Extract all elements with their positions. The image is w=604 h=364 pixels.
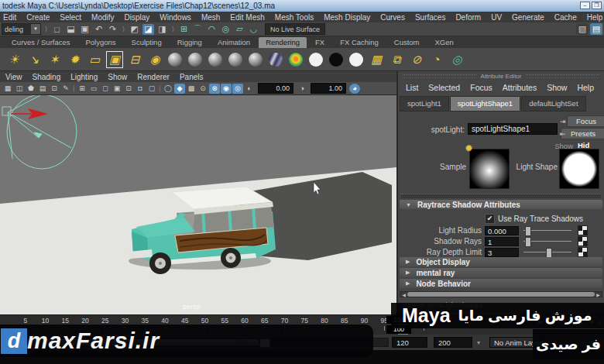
- menu-uv[interactable]: UV: [491, 13, 502, 22]
- select-by-hierarchy-icon[interactable]: ◩: [129, 24, 140, 35]
- menu-modify[interactable]: Modify: [91, 13, 114, 22]
- light-radius-slider[interactable]: [523, 226, 571, 235]
- use-raytrace-shadows-checkbox[interactable]: ✔: [485, 214, 495, 224]
- shelf-tab-rigging[interactable]: Rigging: [170, 37, 209, 48]
- color-management-icon[interactable]: ◕: [349, 84, 360, 94]
- ray-depth-limit-slider[interactable]: [523, 248, 571, 257]
- shelf-tab-curves-surfaces[interactable]: Curves / Surfaces: [5, 37, 77, 48]
- shelf-tab-fx-caching[interactable]: FX Caching: [333, 37, 386, 48]
- menu-windows[interactable]: Windows: [160, 13, 191, 22]
- cancel-batch-render-icon[interactable]: ⊘: [407, 50, 426, 69]
- point-light-icon[interactable]: ✶: [45, 50, 63, 69]
- menu-curves[interactable]: Curves: [380, 13, 405, 22]
- vp-menu-show[interactable]: Show: [108, 73, 127, 81]
- playback-end-field[interactable]: 120: [392, 337, 427, 348]
- phong-material-icon[interactable]: [206, 50, 225, 69]
- snap-to-grid-icon[interactable]: ⊞: [178, 24, 190, 35]
- raytrace-section-header[interactable]: ▼ Raytrace Shadow Attributes: [400, 200, 602, 209]
- undo-icon[interactable]: ↶: [93, 24, 105, 35]
- area-light-icon[interactable]: ▭: [85, 50, 104, 69]
- light-linking-icon[interactable]: ◉: [146, 50, 164, 69]
- new-scene-icon[interactable]: □: [51, 24, 63, 35]
- horizontal-scrollbar[interactable]: ◀ ▶: [400, 291, 602, 297]
- modeling-toolkit-toggle-icon[interactable]: ▧: [576, 23, 589, 35]
- presets-button[interactable]: Presets: [561, 128, 604, 139]
- ae-menu-show[interactable]: Show: [547, 83, 567, 92]
- directional-light-icon[interactable]: ↘: [25, 50, 43, 69]
- vp-menu-renderer[interactable]: Renderer: [137, 73, 170, 81]
- ae-menu-focus[interactable]: Focus: [470, 83, 492, 92]
- textured-display-icon[interactable]: ▩: [186, 84, 197, 94]
- select-by-object-icon[interactable]: ◪: [142, 24, 154, 35]
- grease-pencil-icon[interactable]: ✎: [60, 84, 71, 94]
- ae-tab-spotlight1[interactable]: spotLight1: [400, 96, 449, 112]
- menu-mesh-tools[interactable]: Mesh Tools: [275, 13, 314, 22]
- group-collapser-icon[interactable]: ⟩: [121, 24, 126, 35]
- select-camera-icon[interactable]: ▦: [2, 84, 13, 94]
- gate-mask-icon[interactable]: ▣: [112, 84, 122, 94]
- vp-menu-panels[interactable]: Panels: [180, 73, 204, 81]
- select-by-component-icon[interactable]: ◨: [156, 24, 168, 35]
- panel-grip[interactable]: Attribute Editor: [398, 71, 604, 81]
- section-scrollbar[interactable]: [401, 194, 601, 198]
- light-editor-icon[interactable]: ⊟: [125, 50, 144, 69]
- node-name-field[interactable]: spotLightShape1: [468, 123, 558, 135]
- snap-to-curve-icon[interactable]: ⌒: [192, 24, 204, 35]
- ae-menu-attributes[interactable]: Attributes: [503, 83, 537, 92]
- menu-mesh[interactable]: Mesh: [201, 13, 220, 22]
- gamma-icon[interactable]: ◑: [297, 84, 307, 94]
- focus-button[interactable]: Focus: [567, 115, 604, 127]
- shelf-tab-animation[interactable]: Animation: [211, 37, 257, 48]
- minimize-button[interactable]: –: [580, 2, 590, 9]
- light-shape-swatch[interactable]: [559, 149, 599, 189]
- shelf-tab-xgen[interactable]: XGen: [428, 37, 461, 48]
- menu-help[interactable]: Help: [587, 13, 603, 22]
- shelf-tab-sculpting[interactable]: Sculpting: [125, 37, 169, 48]
- blinn-material-icon[interactable]: [186, 50, 204, 69]
- ae-menu-list[interactable]: List: [406, 83, 418, 92]
- texture-map-button[interactable]: [578, 247, 588, 257]
- menu-select[interactable]: Select: [60, 13, 81, 22]
- group-collapser-icon[interactable]: ⟩: [170, 24, 176, 35]
- shading-map-icon[interactable]: [347, 50, 365, 69]
- attribute-editor-toggle-icon[interactable]: ▤: [590, 23, 602, 35]
- pan-zoom-2d-icon[interactable]: ⊡: [49, 84, 60, 94]
- section-mental-ray-header[interactable]: ▶ mental ray: [400, 268, 602, 277]
- menu-display[interactable]: Display: [125, 13, 150, 22]
- volume-light-icon[interactable]: ▣: [105, 50, 124, 69]
- group-collapser-icon[interactable]: ⟩: [43, 24, 49, 35]
- safe-title-icon[interactable]: ▢: [146, 84, 157, 94]
- use-all-lights-icon[interactable]: ⊙: [197, 84, 208, 94]
- menu-surfaces[interactable]: Surfaces: [415, 13, 445, 22]
- vp-menu-lighting[interactable]: Lighting: [70, 73, 98, 81]
- section-object-display-header[interactable]: ▶ Object Display: [400, 257, 602, 266]
- snap-to-point-icon[interactable]: ◠: [206, 24, 218, 35]
- phonge-material-icon[interactable]: [226, 50, 245, 69]
- menu-deform[interactable]: Deform: [455, 13, 481, 22]
- redo-icon[interactable]: ↷: [107, 24, 118, 35]
- menu-edit-mesh[interactable]: Edit Mesh: [230, 13, 264, 22]
- film-gate-icon[interactable]: ▭: [88, 84, 99, 94]
- light-radius-field[interactable]: 0.000: [485, 226, 519, 235]
- menu-mesh-display[interactable]: Mesh Display: [324, 13, 370, 22]
- section-node-behavior-header[interactable]: ▶ Node Behavior: [400, 279, 602, 288]
- lock-camera-icon[interactable]: ◫: [14, 84, 25, 94]
- light-sample-swatch[interactable]: [469, 149, 510, 189]
- ramp-shader-icon[interactable]: [287, 50, 305, 69]
- animation-end-field[interactable]: 200: [434, 337, 472, 348]
- surface-shader-icon[interactable]: [307, 50, 325, 69]
- menu-generate[interactable]: Generate: [512, 13, 544, 22]
- shadow-rays-field[interactable]: 1: [485, 237, 519, 246]
- snap-to-view-plane-icon[interactable]: ▱: [234, 24, 245, 35]
- scroll-left-icon[interactable]: ◀: [400, 292, 407, 297]
- show-batch-render-icon[interactable]: ◔: [427, 50, 446, 69]
- restore-button[interactable]: ❐: [592, 2, 602, 9]
- spot-light-icon[interactable]: ✹: [65, 50, 84, 69]
- output-connection-icon[interactable]: ⇥: [560, 118, 566, 125]
- toolbar-sep-icon[interactable]: ❘: [72, 84, 76, 94]
- shelf-tab-fx[interactable]: FX: [308, 37, 331, 48]
- shaded-display-icon[interactable]: ◆: [174, 84, 185, 94]
- menu-cache[interactable]: Cache: [554, 13, 577, 22]
- ae-tab-defaultlightset[interactable]: defaultLightSet: [521, 96, 585, 112]
- paint-effects-icon[interactable]: ◎: [448, 50, 466, 69]
